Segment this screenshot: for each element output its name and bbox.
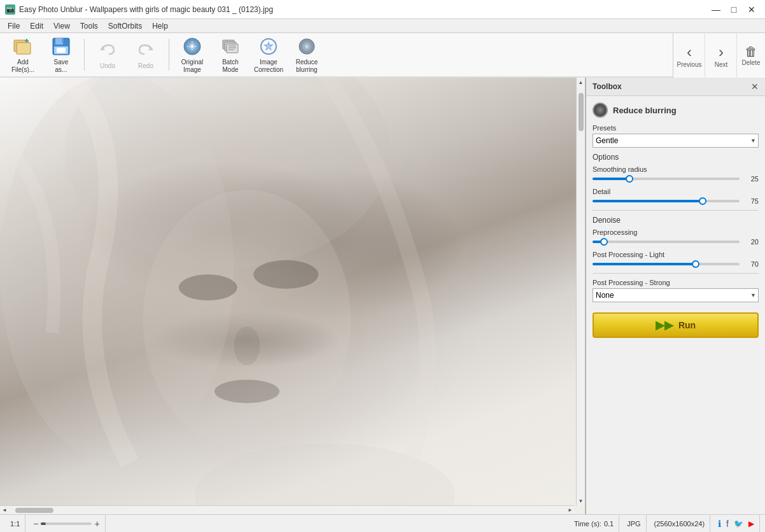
toolbox-title: Toolbox (593, 82, 622, 91)
svg-rect-17 (227, 44, 238, 53)
zoom-label: 1:1 (10, 520, 20, 528)
presets-dropdown-wrap: Gentle Normal Strong Custom (593, 134, 759, 148)
reduce-blurring-section-title: Reduce blurring (613, 106, 677, 115)
add-files-icon (13, 36, 33, 57)
denoise-label: Denoise (593, 216, 759, 225)
preprocessing-thumb[interactable] (600, 238, 608, 246)
toolbox-header: Toolbox ✕ (586, 78, 765, 96)
post-light-row: Post Processing - Light 70 (593, 251, 759, 268)
detail-track[interactable] (593, 200, 740, 202)
divider-1 (593, 210, 759, 211)
detail-value: 75 (743, 197, 759, 205)
horizontal-scrollbar[interactable]: ◄ ► (0, 505, 575, 514)
status-bar: 1:1 − + Time (s): 0.1 JPG (2560x1600x24)… (0, 514, 765, 532)
svg-rect-1 (17, 43, 31, 54)
run-label: Run (678, 320, 696, 330)
post-strong-label: Post Processing - Strong (593, 279, 759, 286)
menu-file[interactable]: File (3, 20, 25, 32)
batch-mode-button[interactable]: BatchMode (213, 36, 248, 74)
zoom-out-button[interactable]: − (33, 519, 38, 529)
time-prefix: Time (s): (574, 520, 601, 528)
twitter-icon[interactable]: 🐦 (734, 519, 743, 528)
previous-button[interactable]: ‹ Previous (673, 33, 705, 78)
close-button[interactable]: ✕ (743, 3, 760, 17)
add-files-button[interactable]: AddFile(s)... (5, 36, 41, 74)
run-button[interactable]: ▶▶ Run (593, 312, 759, 338)
menu-softorbits[interactable]: SoftOrbits (103, 20, 147, 32)
run-arrow-icon: ▶▶ (656, 318, 673, 332)
save-as-icon (51, 36, 71, 57)
zoom-control-section: − + (28, 515, 105, 532)
smoothing-radius-thumb[interactable] (626, 175, 633, 183)
svg-rect-6 (62, 38, 64, 43)
toolbox-panel: Toolbox ✕ Reduce blurring Presets Gentle… (586, 78, 765, 514)
presets-dropdown[interactable]: Gentle Normal Strong Custom (593, 134, 759, 148)
smoothing-radius-row: Smoothing radius 25 (593, 165, 759, 183)
original-image-button[interactable]: OriginalImage (174, 36, 210, 74)
detail-row: Detail 75 (593, 188, 759, 205)
toolbox-body: Reduce blurring Presets Gentle Normal St… (586, 96, 765, 514)
post-light-label: Post Processing - Light (593, 251, 759, 258)
image-canvas: ▲ ▼ ◄ ► (0, 78, 586, 514)
facebook-icon[interactable]: f (726, 519, 729, 529)
scroll-left-arrow[interactable]: ◄ (0, 506, 9, 515)
preprocessing-value: 20 (743, 238, 759, 246)
preprocessing-track[interactable] (593, 241, 740, 243)
detail-thumb[interactable] (699, 197, 706, 205)
toolbar-separator-2 (169, 39, 169, 71)
svg-point-30 (253, 260, 318, 289)
detail-control: 75 (593, 197, 759, 205)
post-strong-dropdown-wrap: None Light Normal Strong (593, 288, 759, 302)
next-label: Next (715, 61, 728, 68)
save-as-button[interactable]: Saveas... (43, 36, 79, 74)
smoothing-radius-fill (593, 178, 629, 180)
post-light-fill (593, 263, 696, 265)
reduce-blurring-label: Reduceblurring (296, 59, 318, 74)
presets-row: Presets Gentle Normal Strong Custom (593, 124, 759, 148)
reduce-blurring-section-icon (593, 102, 608, 118)
delete-button[interactable]: 🗑 Delete (737, 33, 765, 78)
youtube-icon[interactable]: ▶ (748, 519, 754, 528)
zoom-fill (41, 522, 46, 525)
scroll-up-arrow[interactable]: ▲ (577, 78, 586, 87)
next-button[interactable]: › Next (705, 33, 737, 78)
menu-tools[interactable]: Tools (75, 20, 103, 32)
reduce-blurring-button[interactable]: Reduceblurring (289, 36, 325, 74)
scroll-down-arrow[interactable]: ▼ (577, 496, 586, 505)
minimize-button[interactable]: — (708, 3, 724, 17)
toolbox-close-button[interactable]: ✕ (751, 81, 759, 92)
reduce-blurring-icon (297, 36, 317, 57)
redo-button[interactable]: Redo (128, 36, 164, 74)
smoothing-radius-value: 25 (743, 175, 759, 183)
zoom-slider[interactable] (41, 522, 92, 525)
undo-icon (97, 40, 118, 60)
scroll-right-arrow[interactable]: ► (566, 506, 575, 515)
post-light-track[interactable] (593, 263, 740, 265)
undo-button[interactable]: Undo (90, 36, 125, 74)
app-icon: 📷 (5, 4, 15, 15)
info-icon[interactable]: ℹ (718, 519, 721, 529)
post-strong-dropdown[interactable]: None Light Normal Strong (593, 288, 759, 302)
time-value: 0.1 (604, 520, 614, 528)
previous-icon: ‹ (687, 43, 692, 61)
nav-controls: ‹ Previous › Next 🗑 Delete (673, 33, 765, 78)
window-title: Easy Photo Unblur - Wallpapers with girl… (19, 5, 273, 14)
svg-point-22 (267, 45, 270, 48)
menu-edit[interactable]: Edit (25, 20, 48, 32)
image-correction-button[interactable]: ImageCorrection (251, 36, 286, 74)
toolbar-separator-1 (84, 39, 85, 71)
main-area: ▲ ▼ ◄ ► Toolbox ✕ Reduce blurring (0, 78, 765, 514)
window-controls: — □ ✕ (708, 3, 760, 17)
vertical-scroll-thumb[interactable] (579, 93, 584, 131)
image-display (0, 78, 585, 514)
smoothing-radius-track[interactable] (593, 178, 740, 180)
svg-point-31 (214, 380, 279, 403)
zoom-in-button[interactable]: + (94, 519, 99, 529)
post-light-thumb[interactable] (692, 260, 699, 268)
maximize-button[interactable]: □ (726, 3, 742, 17)
vertical-scrollbar[interactable]: ▲ ▼ (576, 78, 585, 505)
menu-view[interactable]: View (48, 20, 75, 32)
horizontal-scroll-thumb[interactable] (15, 508, 53, 513)
menu-help[interactable]: Help (147, 20, 173, 32)
svg-point-32 (234, 326, 260, 365)
